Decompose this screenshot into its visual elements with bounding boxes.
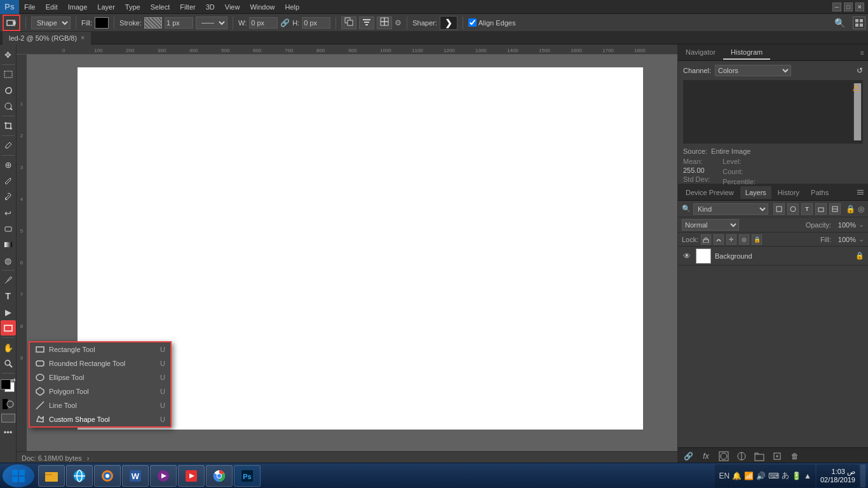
minimize-button[interactable]: ─ bbox=[832, 3, 841, 11]
crop-btn[interactable] bbox=[1, 118, 16, 133]
menu-select[interactable]: Select bbox=[146, 2, 175, 12]
menu-edit[interactable]: Edit bbox=[41, 2, 63, 12]
channel-select[interactable]: Colors RGB Red Green Blue bbox=[715, 65, 791, 76]
menu-view[interactable]: View bbox=[220, 2, 245, 12]
stroke-type-dropdown[interactable]: ───── bbox=[196, 17, 227, 29]
refresh-histogram-icon[interactable]: ↺ bbox=[857, 66, 863, 75]
lock-pixels-btn[interactable] bbox=[714, 234, 724, 245]
tab-device-preview[interactable]: Device Preview bbox=[681, 186, 739, 199]
stroke-swatch[interactable] bbox=[144, 17, 162, 29]
link-layers-btn[interactable]: 🔗 bbox=[682, 450, 695, 463]
filter-smart-btn[interactable] bbox=[829, 203, 841, 215]
tab-navigator[interactable]: Navigator bbox=[678, 46, 723, 60]
shape-preset-btn[interactable]: ❯ bbox=[440, 16, 458, 30]
start-button[interactable] bbox=[3, 464, 34, 487]
rectangle-tool-item[interactable]: Rectangle Tool U bbox=[30, 342, 170, 356]
delete-layer-btn[interactable]: 🗑 bbox=[789, 450, 801, 463]
foreground-color-swatch[interactable] bbox=[1, 379, 11, 390]
rectangular-marquee-btn[interactable] bbox=[1, 67, 16, 82]
input-icon[interactable]: ⌨ bbox=[768, 471, 779, 480]
opacity-arrow-icon[interactable]: ⌄ bbox=[858, 220, 864, 229]
layers-panel-options-btn[interactable] bbox=[855, 187, 865, 198]
clock[interactable]: 1:03 ص 02/18/2019 bbox=[817, 464, 859, 487]
new-group-btn[interactable] bbox=[753, 450, 766, 463]
search-icon[interactable]: 🔍 bbox=[834, 18, 850, 28]
eraser-btn[interactable] bbox=[1, 221, 16, 236]
battery-icon[interactable]: 🔋 bbox=[792, 471, 801, 480]
tray-arrow-icon[interactable]: ▲ bbox=[804, 471, 811, 480]
tab-layers[interactable]: Layers bbox=[740, 186, 771, 199]
add-mask-btn[interactable] bbox=[717, 450, 730, 463]
menu-file[interactable]: File bbox=[19, 2, 41, 12]
width-input[interactable] bbox=[249, 17, 278, 29]
taskbar-chrome[interactable] bbox=[206, 465, 233, 487]
zoom-btn[interactable] bbox=[1, 356, 16, 371]
tab-paths[interactable]: Paths bbox=[806, 186, 834, 199]
blend-mode-select[interactable]: Normal bbox=[682, 219, 739, 231]
show-desktop-btn[interactable] bbox=[860, 464, 865, 487]
path-selection-btn[interactable]: ▶ bbox=[1, 304, 16, 320]
filter-shape-btn[interactable] bbox=[815, 203, 827, 215]
document-tab[interactable]: led-2 @ 50% (RGB/8) × bbox=[3, 32, 92, 44]
align-edges-checkbox[interactable] bbox=[468, 18, 477, 27]
shape-tool-btn[interactable] bbox=[1, 320, 16, 336]
rounded-rectangle-tool-item[interactable]: Rounded Rectangle Tool U bbox=[30, 356, 170, 370]
layer-filter-lock-icon[interactable]: 🔒 bbox=[846, 205, 855, 214]
align-edges-label[interactable]: Align Edges bbox=[468, 18, 516, 27]
taskbar-app2[interactable] bbox=[178, 465, 205, 487]
path-alignment-btn[interactable] bbox=[359, 17, 374, 29]
line-tool-item[interactable]: Line Tool U bbox=[30, 398, 170, 412]
language-bar-icon[interactable]: あ bbox=[782, 470, 789, 481]
menu-image[interactable]: Image bbox=[63, 2, 93, 12]
height-input[interactable] bbox=[302, 17, 330, 29]
filter-pixel-btn[interactable] bbox=[773, 203, 785, 215]
stroke-width-input[interactable] bbox=[165, 17, 193, 29]
tab-histogram[interactable]: Histogram bbox=[723, 46, 770, 60]
menu-layer[interactable]: Layer bbox=[92, 2, 120, 12]
ellipse-tool-item[interactable]: Ellipse Tool U bbox=[30, 370, 170, 384]
path-arrangement-btn[interactable] bbox=[377, 17, 392, 29]
maximize-button[interactable]: □ bbox=[844, 3, 853, 11]
menu-type[interactable]: Type bbox=[120, 2, 146, 12]
lock-artboard-btn[interactable]: ◎ bbox=[739, 234, 749, 245]
lasso-btn[interactable] bbox=[1, 83, 16, 98]
screen-mode-btn[interactable] bbox=[1, 414, 15, 423]
path-operations-btn[interactable] bbox=[341, 17, 356, 29]
lang-indicator[interactable]: EN bbox=[719, 471, 729, 480]
layer-filter-type-select[interactable]: Kind bbox=[693, 203, 768, 215]
menu-3d[interactable]: 3D bbox=[201, 2, 220, 12]
workspace-switcher[interactable] bbox=[853, 17, 865, 29]
taskbar-word[interactable]: W bbox=[122, 465, 149, 487]
gradient-btn[interactable] bbox=[1, 237, 16, 252]
menu-help[interactable]: Help bbox=[280, 2, 305, 12]
tab-history[interactable]: History bbox=[773, 186, 804, 199]
taskbar-file-explorer[interactable] bbox=[38, 465, 65, 487]
active-tool-icon[interactable] bbox=[3, 15, 20, 31]
move-tool-btn[interactable]: ✥ bbox=[1, 47, 16, 62]
taskbar-ie[interactable] bbox=[66, 465, 93, 487]
taskbar-photoshop[interactable]: Ps bbox=[234, 465, 261, 487]
fill-arrow-icon[interactable]: ⌄ bbox=[858, 235, 864, 243]
panel-options-btn[interactable]: ≡ bbox=[857, 49, 868, 57]
notification-icon[interactable]: 🔔 bbox=[732, 471, 742, 480]
spot-healing-btn[interactable] bbox=[1, 158, 16, 173]
taskbar-firefox[interactable] bbox=[94, 465, 121, 487]
layer-filter-active-icon[interactable]: ◎ bbox=[858, 205, 864, 214]
link-proportions-icon[interactable]: 🔗 bbox=[280, 18, 290, 27]
type-btn[interactable]: T bbox=[1, 288, 16, 304]
custom-shape-tool-item[interactable]: Custom Shape Tool U bbox=[30, 412, 170, 426]
shape-mode-dropdown[interactable]: Shape bbox=[31, 17, 71, 29]
close-button[interactable]: ✕ bbox=[855, 3, 864, 11]
network-icon[interactable]: 📶 bbox=[744, 471, 754, 480]
volume-icon[interactable]: 🔊 bbox=[756, 471, 766, 480]
lock-transparent-btn[interactable] bbox=[701, 234, 711, 245]
polygon-tool-item[interactable]: Polygon Tool U bbox=[30, 384, 170, 398]
status-arrow[interactable]: › bbox=[87, 454, 90, 462]
layer-fx-btn[interactable]: fx bbox=[700, 450, 712, 463]
gear-settings-icon[interactable]: ⚙ bbox=[395, 18, 402, 27]
extra-tools-btn[interactable]: ••• bbox=[1, 424, 16, 440]
new-fill-adjustment-btn[interactable] bbox=[735, 450, 748, 463]
layer-visibility-toggle[interactable]: 👁 bbox=[682, 251, 692, 261]
layer-item-background[interactable]: 👁 Background 🔒 bbox=[678, 247, 868, 266]
menu-window[interactable]: Window bbox=[245, 2, 280, 12]
